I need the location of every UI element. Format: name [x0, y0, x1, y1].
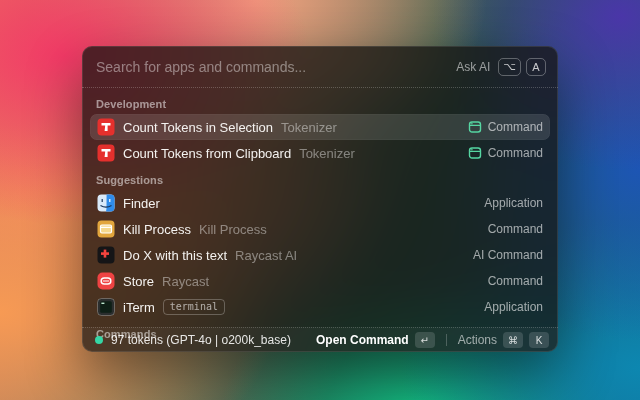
status-dot-icon [95, 336, 103, 344]
item-title: Finder [123, 196, 160, 211]
list-item-kill-process[interactable]: Kill Process Kill Process Command [90, 216, 550, 242]
item-type: Command [488, 146, 543, 160]
item-title: Store [123, 274, 154, 289]
command-icon [468, 146, 482, 160]
list-item-count-tokens-in-selection[interactable]: Count Tokens in Selection Tokenizer Comm… [90, 114, 550, 140]
item-subtitle: Tokenizer [281, 120, 337, 135]
k-keycap: K [529, 332, 549, 348]
terminal-badge: terminal [163, 299, 225, 315]
store-icon [97, 272, 115, 290]
raycast-launcher-window: Search for apps and commands... Ask AI ⌥… [82, 46, 558, 352]
item-subtitle: Raycast [162, 274, 209, 289]
open-command-button[interactable]: Open Command [316, 333, 409, 347]
search-input[interactable]: Search for apps and commands... [96, 59, 456, 75]
tokenizer-icon [97, 144, 115, 162]
item-accessory: Command [468, 120, 543, 134]
list-item-finder[interactable]: Finder Application [90, 190, 550, 216]
item-title: Kill Process [123, 222, 191, 237]
item-accessory: AI Command [473, 248, 543, 262]
section-header-development: Development [90, 90, 550, 114]
list-item-count-tokens-from-clipboard[interactable]: Count Tokens from Clipboard Tokenizer Co… [90, 140, 550, 166]
a-keycap: A [526, 58, 546, 76]
actions-button[interactable]: Actions [458, 333, 497, 347]
item-accessory: Command [488, 274, 543, 288]
item-type: Command [488, 222, 543, 236]
section-header-suggestions: Suggestions [90, 166, 550, 190]
ask-ai-label: Ask AI [456, 60, 490, 74]
list-item-iterm[interactable]: iTerm terminal Application [90, 294, 550, 320]
desktop-wallpaper: { "window": { "search": { "placeholder":… [0, 0, 640, 400]
return-keycap: ↵ [415, 332, 435, 348]
footer-actions: Open Command ↵ Actions ⌘ K [316, 332, 549, 348]
token-count-status: 97 tokens (GPT-4o | o200k_base) [111, 333, 291, 347]
item-title: iTerm [123, 300, 155, 315]
item-type: AI Command [473, 248, 543, 262]
item-accessory: Application [484, 300, 543, 314]
list-item-do-x-with-this-text[interactable]: Do X with this text Raycast AI AI Comman… [90, 242, 550, 268]
cmd-keycap: ⌘ [503, 332, 523, 348]
item-type: Application [484, 196, 543, 210]
footer-bar: 97 tokens (GPT-4o | o200k_base) Open Com… [82, 327, 558, 352]
item-type: Command [488, 120, 543, 134]
item-title: Count Tokens from Clipboard [123, 146, 291, 161]
item-accessory: Command [468, 146, 543, 160]
raycast-ai-icon [97, 246, 115, 264]
iterm-icon [97, 298, 115, 316]
option-keycap: ⌥ [498, 58, 521, 76]
item-type: Command [488, 274, 543, 288]
item-subtitle: Kill Process [199, 222, 267, 237]
list-item-store[interactable]: Store Raycast Command [90, 268, 550, 294]
search-bar: Search for apps and commands... Ask AI ⌥… [82, 46, 558, 88]
results-list: Development Count Tokens in Selection To… [82, 88, 558, 344]
tokenizer-icon [97, 118, 115, 136]
item-type: Application [484, 300, 543, 314]
finder-icon [97, 194, 115, 212]
item-accessory: Application [484, 196, 543, 210]
item-subtitle: Tokenizer [299, 146, 355, 161]
kill-process-icon [97, 220, 115, 238]
ask-ai-button[interactable]: Ask AI ⌥ A [456, 58, 546, 76]
item-title: Do X with this text [123, 248, 227, 263]
item-accessory: Command [488, 222, 543, 236]
item-title: Count Tokens in Selection [123, 120, 273, 135]
command-icon [468, 120, 482, 134]
item-subtitle: Raycast AI [235, 248, 297, 263]
footer-divider [446, 334, 447, 346]
